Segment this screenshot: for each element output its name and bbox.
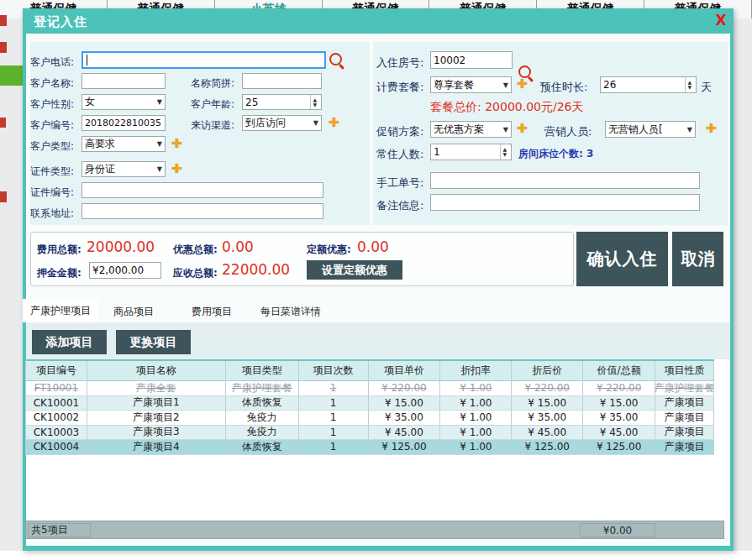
- stay-length-stepper[interactable]: 26▲▼: [600, 76, 697, 93]
- cell-item-type: 免疫力: [226, 411, 299, 425]
- id-type-select[interactable]: 身份证▼: [82, 161, 166, 177]
- remark-label: 备注信息:: [376, 198, 423, 213]
- promo-select[interactable]: 无优惠方案▼: [430, 121, 512, 138]
- chevron-down-icon: ▼: [503, 126, 508, 133]
- cell-unit-price: ¥ 35.00: [369, 411, 441, 425]
- text-caret: [87, 55, 87, 65]
- gender-label: 客户性别:: [30, 97, 74, 112]
- cell-item-nature: 产康项目: [655, 426, 714, 440]
- cell-discount-rate: ¥ 1.00: [440, 440, 512, 454]
- table-row[interactable]: FT10001 产康全套 产康护理套餐 1 ¥ 220.00 ¥ 1.00 ¥ …: [25, 381, 714, 396]
- spin-down-icon[interactable]: ▼: [687, 85, 692, 90]
- cell-discount-rate: ¥ 1.00: [440, 426, 512, 440]
- table-row[interactable]: CK10001 产康项目1 体质恢复 1 ¥ 15.00 ¥ 1.00 ¥ 15…: [25, 396, 714, 411]
- cell-item-no: FT10001: [26, 381, 87, 395]
- add-channel-icon[interactable]: ✚: [329, 116, 339, 129]
- set-fixed-discount-button[interactable]: 设置定额优惠: [307, 260, 402, 280]
- manual-no-input[interactable]: [430, 172, 700, 189]
- cell-discounted-price: ¥ 15.00: [512, 396, 583, 411]
- col-header: 折后价: [512, 361, 583, 380]
- cell-times: 1: [299, 381, 369, 395]
- bg-fragment-green: [0, 65, 24, 86]
- customer-name-input[interactable]: [82, 73, 166, 89]
- room-no-input[interactable]: 10002: [430, 51, 513, 69]
- col-header: 价值/总额: [583, 361, 655, 380]
- cell-item-type: 体质恢复: [226, 396, 299, 411]
- confirm-checkin-button[interactable]: 确认入住: [576, 232, 668, 286]
- channel-select[interactable]: 到店访问▼: [242, 115, 322, 131]
- discount-total-label: 优惠总额:: [173, 243, 218, 257]
- package-total-text: 套餐总价: 20000.00元/26天: [430, 100, 584, 115]
- cell-discount-rate: ¥ 1.00: [440, 396, 512, 411]
- col-header: 折扣率: [440, 361, 512, 380]
- col-header: 项目类型: [226, 361, 299, 380]
- bg-fragment: [0, 191, 7, 202]
- tab-goods[interactable]: 商品项目: [113, 305, 154, 319]
- add-id-type-icon[interactable]: ✚: [171, 162, 182, 175]
- add-promo-icon[interactable]: ✚: [517, 122, 528, 135]
- close-icon[interactable]: X: [713, 12, 729, 29]
- cell-item-no: CK10004: [26, 440, 87, 454]
- chevron-down-icon: ▼: [157, 165, 162, 173]
- table-row[interactable]: CK10003 产康项目3 免疫力 1 ¥ 45.00 ¥ 1.00 ¥ 45.…: [25, 426, 714, 441]
- cell-discount-rate: ¥ 1.00: [440, 411, 512, 425]
- id-no-input[interactable]: [82, 182, 323, 198]
- add-customer-type-icon[interactable]: ✚: [171, 137, 182, 150]
- cell-discounted-price: ¥ 45.00: [512, 426, 583, 440]
- package-select[interactable]: 尊享套餐▼: [430, 76, 512, 93]
- deposit-input[interactable]: ¥2,000.00: [89, 262, 161, 279]
- table-row[interactable]: CK10002 产康项目2 免疫力 1 ¥ 35.00 ¥ 1.00 ¥ 35.…: [25, 411, 714, 426]
- promo-label: 促销方案:: [376, 124, 423, 139]
- bg-fragment: [0, 42, 7, 53]
- bottom-strip: [0, 551, 752, 560]
- chevron-down-icon: ▼: [687, 126, 692, 133]
- address-input[interactable]: [82, 203, 323, 219]
- cell-times: 1: [299, 426, 369, 440]
- cell-discounted-price: ¥ 125.00: [512, 440, 583, 454]
- cell-discounted-price: ¥ 220.00: [512, 381, 583, 395]
- stay-length-label: 预住时长:: [540, 80, 587, 95]
- table-row-selected[interactable]: CK10004 产康项目4 体质恢复 1 ¥ 125.00 ¥ 1.00 ¥ 1…: [25, 440, 714, 455]
- cell-item-type: 产康护理套餐: [226, 381, 299, 395]
- add-item-button[interactable]: 添加项目: [32, 330, 107, 354]
- customer-type-select[interactable]: 高要求▼: [82, 136, 166, 152]
- age-stepper[interactable]: 25▲▼: [242, 94, 322, 110]
- search-icon[interactable]: [329, 53, 342, 65]
- cancel-button[interactable]: 取消: [672, 232, 723, 286]
- fixed-discount-label: 定额优惠:: [307, 243, 351, 257]
- marketer-select[interactable]: 无营销人员[▼: [605, 121, 696, 138]
- col-header: 项目编号: [26, 361, 87, 380]
- cell-item-type: 体质恢复: [226, 440, 299, 454]
- cell-times: 1: [299, 440, 369, 454]
- cell-item-no: CK10001: [26, 396, 87, 411]
- spin-down-icon[interactable]: ▼: [502, 152, 507, 157]
- gender-select[interactable]: 女▼: [82, 94, 166, 110]
- add-package-icon[interactable]: ✚: [517, 77, 528, 91]
- pinyin-input[interactable]: [242, 73, 322, 89]
- tab-daily-menu[interactable]: 每日菜谱详情: [260, 305, 321, 319]
- cell-item-type: 免疫力: [226, 426, 299, 440]
- cell-item-nature: 产康护理套餐: [655, 381, 714, 395]
- fixed-discount-value: 0.00: [357, 238, 389, 255]
- spin-down-icon[interactable]: ▼: [313, 102, 317, 107]
- replace-item-button[interactable]: 更换项目: [116, 330, 191, 354]
- bg-fragment: [0, 118, 6, 128]
- remark-input[interactable]: [430, 194, 700, 211]
- residents-stepper[interactable]: 1▲▼: [430, 144, 512, 160]
- channel-label: 来访渠道:: [191, 118, 234, 133]
- cell-item-no: CK10003: [26, 426, 87, 440]
- room-no-label: 入住房号:: [376, 55, 423, 71]
- marketer-label: 营销人员:: [544, 124, 592, 139]
- tab-fees[interactable]: 费用项目: [192, 305, 232, 319]
- phone-input[interactable]: [82, 51, 326, 69]
- cell-item-name: 产康项目4: [87, 440, 226, 454]
- cell-total: ¥ 45.00: [583, 426, 655, 440]
- stay-unit-label: 天: [701, 80, 712, 95]
- customer-no-input[interactable]: 2018022810035: [82, 115, 166, 131]
- tab-postpartum-care[interactable]: 产康护理项目: [23, 299, 98, 322]
- chevron-down-icon: ▼: [503, 81, 508, 89]
- cell-discount-rate: ¥ 1.00: [440, 381, 512, 395]
- add-marketer-icon[interactable]: ✚: [706, 122, 717, 135]
- customer-type-label: 客户类型:: [30, 139, 74, 154]
- item-count-box: 共5项目: [28, 523, 91, 537]
